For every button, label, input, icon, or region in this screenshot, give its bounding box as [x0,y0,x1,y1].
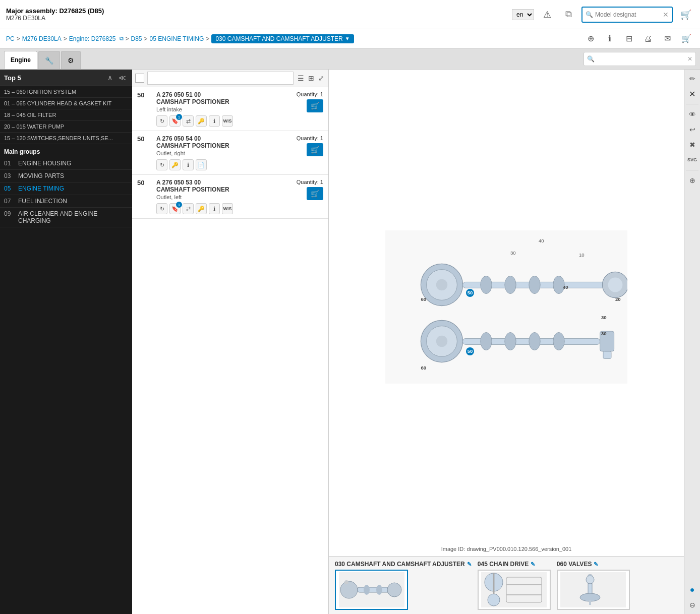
parts-panel: ☰ ⊞ ⤢ 50 A 276 050 51 00 CAMSHAFT POSITI… [132,70,329,614]
svg-btn[interactable]: SVG [685,153,699,167]
sidebar: Top 5 ∧ ≪ 15 – 060 IGNITION SYSTEM 01 – … [0,70,132,614]
copy-icon[interactable]: ⧉ [560,7,576,23]
key-icon-1[interactable]: 🔑 [196,115,207,127]
filter-btn[interactable]: ⊟ [621,31,636,46]
sidebar-item-engine-housing[interactable]: 01 ENGINE HOUSING [0,157,132,170]
part-desc-3: Outlet, left [156,194,293,200]
subgroup-030: 030 CAMSHAFT AND CAMSHAFT ADJUSTER ✎ [335,561,472,610]
subgroup-030-edit-icon[interactable]: ✎ [467,561,472,568]
info-icon-1[interactable]: ℹ [209,115,220,127]
subgroup-060-edit-icon[interactable]: ✎ [594,561,598,568]
part-name-3: CAMSHAFT POSITIONER [156,186,293,193]
svg-rect-0 [385,230,627,384]
wrench-icon: 🔧 [45,56,53,65]
email-btn[interactable]: ✉ [660,31,675,46]
cart-icon[interactable]: 🛒 [678,7,694,23]
svg-text:50: 50 [468,290,473,295]
breadcrumb-current[interactable]: 030 CAMSHAFT AND CAMSHAFT ADJUSTER ▼ [211,34,354,43]
svg-rect-51 [589,600,591,605]
sidebar-item-engine-timing[interactable]: 05 ENGINE TIMING [0,182,132,195]
key-icon-3[interactable]: 🔑 [196,203,207,214]
top5-item-5[interactable]: 15 – 120 SWITCHES,SENDER UNITS,SE... [0,133,132,144]
header-subtitle: M276 DE30LA [6,15,104,22]
wis-icon-1[interactable]: WIS [222,115,233,127]
breadcrumb-pc[interactable]: PC [6,35,15,42]
cross-btn[interactable]: ✖ [685,138,699,152]
subgroup-045-edit-icon[interactable]: ✎ [531,561,535,568]
parts-search-input[interactable] [147,72,294,85]
major-assembly-label: Major assembly: D276825 (D85) [6,7,104,15]
add-to-cart-btn-3[interactable]: 🛒 [307,187,323,200]
sidebar-collapse-btn[interactable]: ∧ [105,73,114,83]
eye-btn[interactable]: 👁 [685,107,699,121]
zoom-out-rt-btn[interactable]: ⊖ [685,598,699,612]
tab-settings[interactable]: ⚙ [61,51,81,69]
tab-search-input[interactable] [597,55,687,63]
breadcrumb-bar: PC > M276 DE30LA > Engine: D276825 ⧉ > D… [0,29,700,48]
subgroup-030-thumb[interactable] [335,570,408,610]
header-actions: en ⚠ ⧉ 🔍 ✕ 🛒 [512,7,694,23]
search-clear-icon[interactable]: ✕ [663,11,669,19]
edit-btn[interactable]: ✏ [685,72,699,86]
breadcrumb-m276[interactable]: M276 DE30LA [22,35,62,42]
wis-icon-3[interactable]: WIS [222,203,233,214]
refresh-icon-3[interactable]: ↻ [156,203,167,214]
exchange-icon-3[interactable]: ⇄ [183,203,194,214]
indicator-btn[interactable]: ● [685,583,699,597]
sidebar-expand-btn[interactable]: ≪ [116,73,128,83]
top5-item-4[interactable]: 20 – 015 WATER PUMP [0,121,132,133]
svg-point-10 [529,276,540,293]
print-btn[interactable]: 🖨 [640,31,656,46]
fullscreen-icon[interactable]: ⤢ [317,73,325,83]
main-layout: Top 5 ∧ ≪ 15 – 060 IGNITION SYSTEM 01 – … [0,70,700,614]
history-btn[interactable]: ↩ [685,122,699,137]
breadcrumb-d85[interactable]: D85 [131,35,142,42]
info-icon-3[interactable]: ℹ [209,203,220,214]
bookmark-icon-3[interactable]: 🔖1 [169,203,181,214]
doc-icon-2[interactable]: 📄 [196,159,207,170]
zoom-in-rt-btn[interactable]: ⊕ [685,173,699,188]
language-select[interactable]: en [512,9,534,20]
add-to-cart-btn-2[interactable]: 🛒 [307,143,323,156]
svg-point-37 [364,585,370,595]
sidebar-item-moving-parts[interactable]: 03 MOVING PARTS [0,170,132,182]
info-btn[interactable]: ℹ [602,31,617,46]
grid-view-icon[interactable]: ⊞ [307,73,315,83]
part-info-3: A 276 050 53 00 CAMSHAFT POSITIONER Outl… [156,179,293,214]
key-icon-2[interactable]: 🔑 [169,159,181,170]
bookmark-icon-1[interactable]: 🔖1 [169,115,181,127]
exchange-icon-1[interactable]: ⇄ [183,115,194,127]
tab-search-icon: 🔍 [587,55,595,63]
top5-item-2[interactable]: 01 – 065 CYLINDER HEAD & GASKET KIT [0,98,132,109]
sidebar-item-fuel-injection[interactable]: 07 FUEL INJECTION [0,195,132,208]
tab-search-clear[interactable]: ✕ [687,55,692,63]
refresh-icon-2[interactable]: ↻ [156,159,167,170]
part-item-3: 50 A 276 050 53 00 CAMSHAFT POSITIONER O… [132,175,328,219]
sidebar-item-air-cleaner[interactable]: 09 AIR CLEANER AND ENGINE CHARGING [0,208,132,227]
cart-bc-btn[interactable]: 🛒 [679,31,694,46]
subgroup-060-thumb[interactable] [557,570,630,610]
breadcrumb-engine-timing[interactable]: 05 ENGINE TIMING [150,35,204,42]
image-panel: 40 30 10 [329,70,684,614]
top5-item-1[interactable]: 15 – 060 IGNITION SYSTEM [0,86,132,98]
refresh-icon-1[interactable]: ↻ [156,115,167,127]
close-btn[interactable]: ✕ [685,87,699,101]
engine-link-icon[interactable]: ⧉ [120,35,124,42]
list-view-icon[interactable]: ☰ [297,73,305,83]
add-to-cart-btn-1[interactable]: 🛒 [307,99,323,112]
breadcrumb-engine[interactable]: Engine: D276825 [69,35,116,42]
svg-text:30: 30 [510,250,516,256]
tab-wrench[interactable]: 🔧 [38,51,60,69]
info-icon-2[interactable]: ℹ [183,159,194,170]
tab-search-box: 🔍 ✕ [584,52,696,66]
sidebar-main-groups-title: Main groups [0,144,132,157]
tab-engine[interactable]: Engine [4,51,37,69]
model-search-input[interactable] [595,11,661,18]
part-desc-2: Outlet, right [156,150,293,156]
subgroup-030-label: 030 CAMSHAFT AND CAMSHAFT ADJUSTER [335,561,465,568]
select-all-checkbox[interactable] [135,74,144,83]
top5-item-3[interactable]: 18 – 045 OIL FILTER [0,109,132,121]
zoom-in-btn[interactable]: ⊕ [583,31,598,46]
subgroup-045-thumb[interactable] [478,570,551,610]
warning-icon[interactable]: ⚠ [539,7,555,23]
